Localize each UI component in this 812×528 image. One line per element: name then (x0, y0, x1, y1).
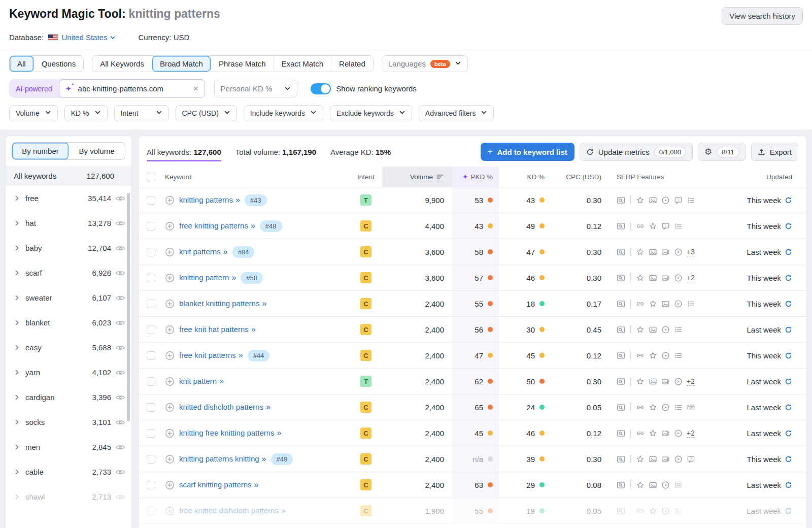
add-to-keyword-list-button[interactable]: Add to keyword list (481, 143, 574, 161)
header-pkd[interactable]: PKD % (452, 167, 499, 187)
tab-by-number[interactable]: By number (12, 143, 69, 159)
refresh-icon[interactable] (785, 481, 792, 489)
serp-preview-icon[interactable] (617, 429, 625, 438)
eye-icon[interactable] (115, 394, 125, 401)
refresh-icon[interactable] (785, 300, 792, 308)
refresh-icon[interactable] (785, 248, 792, 256)
row-checkbox[interactable] (147, 196, 155, 205)
header-kd[interactable]: KD % (499, 167, 551, 187)
refresh-icon[interactable] (785, 404, 792, 411)
row-checkbox[interactable] (147, 377, 155, 386)
eye-icon[interactable] (115, 493, 125, 501)
header-cpc[interactable]: CPC (USD) (551, 167, 606, 187)
serp-preview-icon[interactable] (617, 403, 625, 412)
add-keyword-icon[interactable] (165, 351, 175, 360)
serp-preview-icon[interactable] (617, 351, 625, 360)
add-keyword-icon[interactable] (165, 221, 175, 231)
sidebar-group-socks[interactable]: socks3,101 (6, 410, 131, 435)
filter-advanced-filters[interactable]: Advanced filters (419, 105, 494, 121)
filter-cpc-usd[interactable]: CPC (USD) (176, 105, 237, 121)
add-keyword-icon[interactable] (165, 299, 175, 309)
serp-preview-icon[interactable] (617, 300, 625, 308)
add-keyword-icon[interactable] (165, 403, 175, 412)
keyword-link[interactable]: knitted dishcloth patterns (179, 403, 270, 412)
keyword-link[interactable]: free knit hat patterns (179, 325, 256, 334)
filter-exclude-keywords[interactable]: Exclude keywords (330, 105, 412, 121)
add-keyword-icon[interactable] (165, 273, 175, 283)
row-checkbox[interactable] (147, 455, 155, 464)
row-checkbox[interactable] (147, 403, 155, 412)
refresh-icon[interactable] (785, 352, 792, 359)
keyword-link[interactable]: knit patterns (179, 247, 228, 256)
keyword-link[interactable]: knitting patterns (179, 195, 240, 205)
serp-preview-icon[interactable] (617, 222, 625, 230)
keyword-link[interactable]: free knitting patterns (179, 221, 255, 230)
keyword-link[interactable]: knitting patterns knitting (179, 454, 266, 464)
all-keywords-row[interactable]: All keywords 127,600 (6, 166, 131, 186)
row-checkbox[interactable] (147, 325, 155, 334)
header-intent[interactable]: Intent (350, 167, 382, 187)
tab-all-keywords[interactable]: All Keywords (92, 56, 152, 72)
serp-preview-icon[interactable] (617, 274, 625, 282)
sidebar-group-cable[interactable]: cable2,733 (6, 459, 131, 484)
sidebar-group-shawl[interactable]: shawl2,713 (6, 484, 131, 509)
sidebar-group-yarn[interactable]: yarn4,102 (6, 360, 131, 385)
tab-related[interactable]: Related (331, 56, 373, 72)
tab-exact-match[interactable]: Exact Match (274, 56, 331, 72)
eye-icon[interactable] (115, 419, 125, 426)
refresh-icon[interactable] (785, 378, 792, 385)
row-checkbox[interactable] (147, 222, 155, 230)
keyword-link[interactable]: knitting free knitting patterns (179, 428, 282, 438)
row-checkbox[interactable] (147, 248, 155, 256)
row-checkbox[interactable] (147, 481, 155, 489)
add-keyword-icon[interactable] (165, 377, 175, 386)
row-checkbox[interactable] (147, 274, 155, 282)
refresh-icon[interactable] (785, 222, 792, 230)
sidebar-group-blanket[interactable]: blanket6,023 (6, 310, 131, 335)
row-checkbox[interactable] (147, 300, 155, 308)
serp-preview-icon[interactable] (617, 248, 625, 256)
eye-icon[interactable] (115, 469, 125, 476)
show-ranking-keywords-toggle[interactable] (311, 83, 331, 94)
eye-icon[interactable] (115, 444, 125, 451)
refresh-icon[interactable] (785, 455, 792, 463)
add-keyword-icon[interactable] (165, 480, 175, 490)
eye-icon[interactable] (115, 319, 125, 326)
keyword-link[interactable]: knitting pattern (179, 273, 236, 282)
refresh-icon[interactable] (785, 274, 792, 282)
serp-preview-icon[interactable] (617, 507, 625, 515)
eye-icon[interactable] (115, 270, 125, 277)
serp-preview-icon[interactable] (617, 481, 625, 489)
add-keyword-icon[interactable] (165, 428, 175, 438)
serp-more-link[interactable]: +2 (687, 274, 695, 282)
add-keyword-icon[interactable] (165, 247, 175, 257)
add-keyword-icon[interactable] (165, 195, 175, 205)
filter-include-keywords[interactable]: Include keywords (244, 105, 323, 121)
eye-icon[interactable] (115, 245, 125, 252)
refresh-icon[interactable] (785, 326, 792, 334)
keyword-link[interactable]: free knit patterns (179, 351, 243, 360)
keyword-link[interactable]: free knitted dishcloth patterns (179, 506, 286, 515)
serp-preview-icon[interactable] (617, 325, 625, 334)
clear-input-icon[interactable] (193, 84, 198, 94)
keyword-link[interactable]: scarf knitting patterns (179, 480, 258, 489)
view-search-history-button[interactable]: View search history (722, 7, 803, 25)
keyword-link[interactable]: knit pattern (179, 377, 224, 386)
serp-more-link[interactable]: +3 (687, 248, 695, 256)
sidebar-group-cardigan[interactable]: cardigan3,396 (6, 385, 131, 410)
tab-broad-match[interactable]: Broad Match (152, 56, 211, 72)
eye-icon[interactable] (115, 195, 125, 202)
filter-kd[interactable]: KD % (64, 105, 108, 121)
sidebar-group-men[interactable]: men2,845 (6, 435, 131, 459)
tab-phrase-match[interactable]: Phrase Match (211, 56, 274, 72)
serp-preview-icon[interactable] (617, 196, 625, 205)
tab-all[interactable]: All (10, 56, 33, 72)
database-selector[interactable]: United States (61, 33, 116, 42)
header-volume[interactable]: Volume (382, 167, 452, 187)
serp-preview-icon[interactable] (617, 377, 625, 386)
row-checkbox[interactable] (147, 429, 155, 438)
sidebar-group-scarf[interactable]: scarf6,928 (6, 260, 131, 285)
eye-icon[interactable] (115, 369, 125, 376)
update-metrics-button[interactable]: Update metrics 0/1,000 (580, 143, 693, 161)
refresh-icon[interactable] (785, 196, 792, 204)
